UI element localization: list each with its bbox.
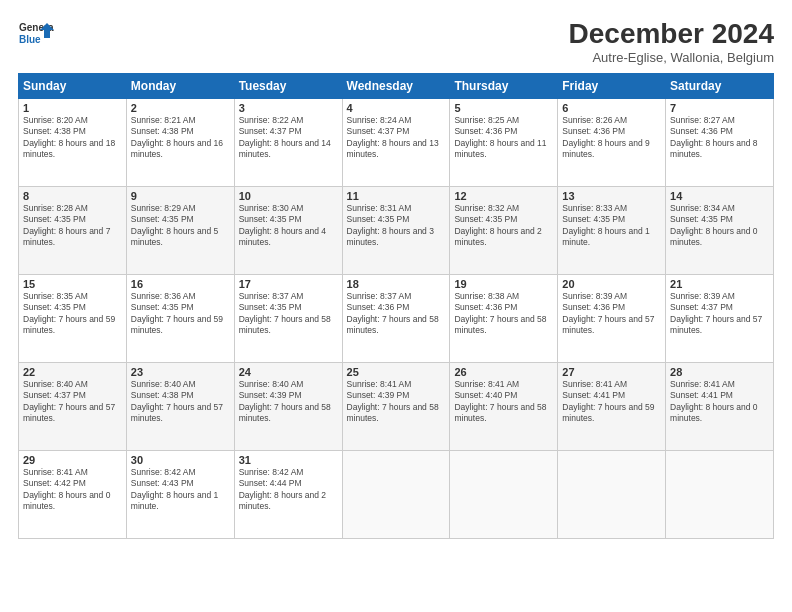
day-number: 14 [670, 190, 769, 202]
week-row-4: 22 Sunrise: 8:40 AMSunset: 4:37 PMDaylig… [19, 363, 774, 451]
header: General Blue December 2024 Autre-Eglise,… [18, 18, 774, 65]
day-info: Sunrise: 8:39 AMSunset: 4:37 PMDaylight:… [670, 291, 769, 337]
calendar-cell: 16 Sunrise: 8:36 AMSunset: 4:35 PMDaylig… [126, 275, 234, 363]
weekday-header-tuesday: Tuesday [234, 74, 342, 99]
calendar-cell [666, 451, 774, 539]
calendar-cell: 13 Sunrise: 8:33 AMSunset: 4:35 PMDaylig… [558, 187, 666, 275]
weekday-header-saturday: Saturday [666, 74, 774, 99]
day-number: 6 [562, 102, 661, 114]
day-info: Sunrise: 8:30 AMSunset: 4:35 PMDaylight:… [239, 203, 338, 249]
calendar-cell: 8 Sunrise: 8:28 AMSunset: 4:35 PMDayligh… [19, 187, 127, 275]
weekday-row: SundayMondayTuesdayWednesdayThursdayFrid… [19, 74, 774, 99]
day-number: 9 [131, 190, 230, 202]
day-info: Sunrise: 8:27 AMSunset: 4:36 PMDaylight:… [670, 115, 769, 161]
weekday-header-monday: Monday [126, 74, 234, 99]
svg-text:Blue: Blue [19, 34, 41, 45]
calendar-cell: 31 Sunrise: 8:42 AMSunset: 4:44 PMDaylig… [234, 451, 342, 539]
calendar-cell [450, 451, 558, 539]
calendar-body: 1 Sunrise: 8:20 AMSunset: 4:38 PMDayligh… [19, 99, 774, 539]
calendar-cell: 27 Sunrise: 8:41 AMSunset: 4:41 PMDaylig… [558, 363, 666, 451]
calendar-cell: 2 Sunrise: 8:21 AMSunset: 4:38 PMDayligh… [126, 99, 234, 187]
page: General Blue December 2024 Autre-Eglise,… [0, 0, 792, 612]
calendar-cell: 28 Sunrise: 8:41 AMSunset: 4:41 PMDaylig… [666, 363, 774, 451]
day-number: 4 [347, 102, 446, 114]
calendar-cell: 12 Sunrise: 8:32 AMSunset: 4:35 PMDaylig… [450, 187, 558, 275]
day-info: Sunrise: 8:42 AMSunset: 4:43 PMDaylight:… [131, 467, 230, 513]
weekday-header-thursday: Thursday [450, 74, 558, 99]
calendar-cell: 21 Sunrise: 8:39 AMSunset: 4:37 PMDaylig… [666, 275, 774, 363]
day-number: 22 [23, 366, 122, 378]
day-number: 18 [347, 278, 446, 290]
day-info: Sunrise: 8:41 AMSunset: 4:40 PMDaylight:… [454, 379, 553, 425]
week-row-5: 29 Sunrise: 8:41 AMSunset: 4:42 PMDaylig… [19, 451, 774, 539]
calendar-header: SundayMondayTuesdayWednesdayThursdayFrid… [19, 74, 774, 99]
day-number: 12 [454, 190, 553, 202]
day-info: Sunrise: 8:33 AMSunset: 4:35 PMDaylight:… [562, 203, 661, 249]
day-number: 8 [23, 190, 122, 202]
day-number: 7 [670, 102, 769, 114]
week-row-1: 1 Sunrise: 8:20 AMSunset: 4:38 PMDayligh… [19, 99, 774, 187]
day-info: Sunrise: 8:31 AMSunset: 4:35 PMDaylight:… [347, 203, 446, 249]
day-number: 24 [239, 366, 338, 378]
day-info: Sunrise: 8:26 AMSunset: 4:36 PMDaylight:… [562, 115, 661, 161]
weekday-header-wednesday: Wednesday [342, 74, 450, 99]
day-number: 13 [562, 190, 661, 202]
calendar-cell: 5 Sunrise: 8:25 AMSunset: 4:36 PMDayligh… [450, 99, 558, 187]
calendar-cell: 23 Sunrise: 8:40 AMSunset: 4:38 PMDaylig… [126, 363, 234, 451]
day-number: 26 [454, 366, 553, 378]
day-info: Sunrise: 8:28 AMSunset: 4:35 PMDaylight:… [23, 203, 122, 249]
day-info: Sunrise: 8:32 AMSunset: 4:35 PMDaylight:… [454, 203, 553, 249]
day-number: 25 [347, 366, 446, 378]
day-info: Sunrise: 8:41 AMSunset: 4:41 PMDaylight:… [562, 379, 661, 425]
day-info: Sunrise: 8:22 AMSunset: 4:37 PMDaylight:… [239, 115, 338, 161]
calendar-cell: 4 Sunrise: 8:24 AMSunset: 4:37 PMDayligh… [342, 99, 450, 187]
day-info: Sunrise: 8:36 AMSunset: 4:35 PMDaylight:… [131, 291, 230, 337]
day-number: 11 [347, 190, 446, 202]
week-row-3: 15 Sunrise: 8:35 AMSunset: 4:35 PMDaylig… [19, 275, 774, 363]
calendar-cell: 30 Sunrise: 8:42 AMSunset: 4:43 PMDaylig… [126, 451, 234, 539]
day-number: 29 [23, 454, 122, 466]
calendar-cell: 15 Sunrise: 8:35 AMSunset: 4:35 PMDaylig… [19, 275, 127, 363]
day-number: 3 [239, 102, 338, 114]
day-info: Sunrise: 8:29 AMSunset: 4:35 PMDaylight:… [131, 203, 230, 249]
day-info: Sunrise: 8:20 AMSunset: 4:38 PMDaylight:… [23, 115, 122, 161]
day-info: Sunrise: 8:38 AMSunset: 4:36 PMDaylight:… [454, 291, 553, 337]
day-info: Sunrise: 8:25 AMSunset: 4:36 PMDaylight:… [454, 115, 553, 161]
day-info: Sunrise: 8:40 AMSunset: 4:37 PMDaylight:… [23, 379, 122, 425]
calendar-table: SundayMondayTuesdayWednesdayThursdayFrid… [18, 73, 774, 539]
logo: General Blue [18, 18, 54, 54]
day-info: Sunrise: 8:41 AMSunset: 4:42 PMDaylight:… [23, 467, 122, 513]
calendar-cell: 25 Sunrise: 8:41 AMSunset: 4:39 PMDaylig… [342, 363, 450, 451]
calendar-cell: 6 Sunrise: 8:26 AMSunset: 4:36 PMDayligh… [558, 99, 666, 187]
day-info: Sunrise: 8:35 AMSunset: 4:35 PMDaylight:… [23, 291, 122, 337]
day-number: 23 [131, 366, 230, 378]
calendar-cell: 7 Sunrise: 8:27 AMSunset: 4:36 PMDayligh… [666, 99, 774, 187]
title-block: December 2024 Autre-Eglise, Wallonia, Be… [569, 18, 774, 65]
calendar-cell: 18 Sunrise: 8:37 AMSunset: 4:36 PMDaylig… [342, 275, 450, 363]
calendar-cell: 24 Sunrise: 8:40 AMSunset: 4:39 PMDaylig… [234, 363, 342, 451]
day-number: 21 [670, 278, 769, 290]
calendar-cell: 29 Sunrise: 8:41 AMSunset: 4:42 PMDaylig… [19, 451, 127, 539]
day-number: 30 [131, 454, 230, 466]
weekday-header-friday: Friday [558, 74, 666, 99]
calendar-cell [558, 451, 666, 539]
day-number: 31 [239, 454, 338, 466]
day-info: Sunrise: 8:40 AMSunset: 4:38 PMDaylight:… [131, 379, 230, 425]
day-number: 17 [239, 278, 338, 290]
calendar-cell: 14 Sunrise: 8:34 AMSunset: 4:35 PMDaylig… [666, 187, 774, 275]
calendar-cell [342, 451, 450, 539]
day-number: 28 [670, 366, 769, 378]
day-info: Sunrise: 8:37 AMSunset: 4:36 PMDaylight:… [347, 291, 446, 337]
day-number: 15 [23, 278, 122, 290]
day-number: 19 [454, 278, 553, 290]
calendar-cell: 17 Sunrise: 8:37 AMSunset: 4:35 PMDaylig… [234, 275, 342, 363]
calendar-cell: 20 Sunrise: 8:39 AMSunset: 4:36 PMDaylig… [558, 275, 666, 363]
calendar-cell: 10 Sunrise: 8:30 AMSunset: 4:35 PMDaylig… [234, 187, 342, 275]
day-info: Sunrise: 8:34 AMSunset: 4:35 PMDaylight:… [670, 203, 769, 249]
day-number: 1 [23, 102, 122, 114]
day-number: 2 [131, 102, 230, 114]
day-number: 27 [562, 366, 661, 378]
day-info: Sunrise: 8:37 AMSunset: 4:35 PMDaylight:… [239, 291, 338, 337]
calendar-cell: 1 Sunrise: 8:20 AMSunset: 4:38 PMDayligh… [19, 99, 127, 187]
main-title: December 2024 [569, 18, 774, 50]
